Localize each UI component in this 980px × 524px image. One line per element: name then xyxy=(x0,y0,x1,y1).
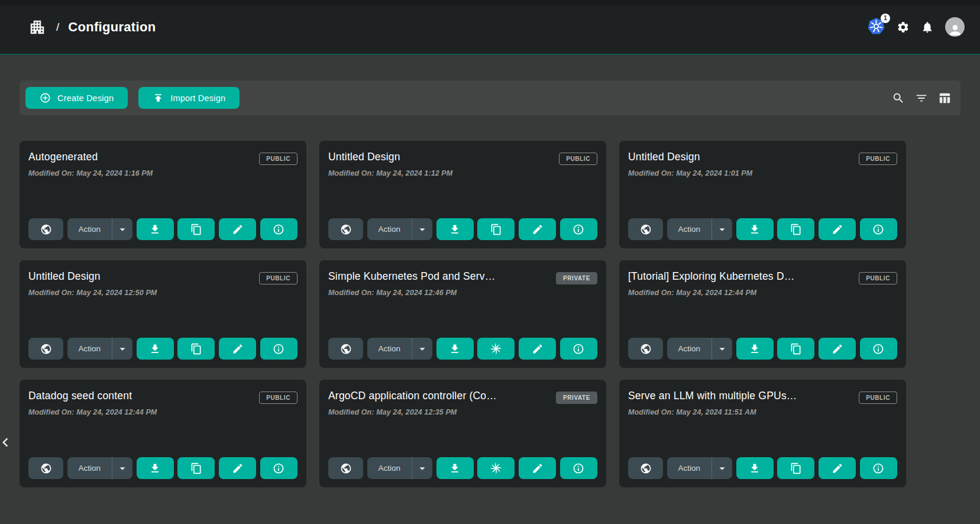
edit-button[interactable] xyxy=(519,457,556,479)
clone-button[interactable] xyxy=(777,338,814,360)
visibility-globe-button[interactable] xyxy=(328,338,363,360)
action-button[interactable]: Action xyxy=(67,225,112,234)
create-design-label: Create Design xyxy=(57,93,114,103)
action-button[interactable]: Action xyxy=(367,225,412,234)
action-button[interactable]: Action xyxy=(667,225,711,234)
action-dropdown-toggle[interactable] xyxy=(412,342,432,355)
download-button[interactable] xyxy=(137,457,174,479)
globe-icon xyxy=(340,343,352,355)
download-button[interactable] xyxy=(436,218,474,240)
info-button[interactable] xyxy=(260,338,297,360)
action-button[interactable]: Action xyxy=(367,464,412,473)
import-design-label: Import Design xyxy=(170,93,225,103)
download-button[interactable] xyxy=(736,457,774,479)
action-dropdown-toggle[interactable] xyxy=(412,462,432,475)
create-design-button[interactable]: Create Design xyxy=(25,87,128,109)
meshery-swirl-button[interactable] xyxy=(477,457,515,479)
import-design-button[interactable]: Import Design xyxy=(138,87,240,109)
action-dropdown-toggle[interactable] xyxy=(412,223,432,236)
download-button[interactable] xyxy=(436,338,474,360)
copy-icon xyxy=(190,462,202,474)
visibility-badge: PUBLIC xyxy=(859,272,897,284)
download-button[interactable] xyxy=(137,218,174,240)
caret-down-icon xyxy=(416,223,429,236)
globe-icon xyxy=(340,224,352,235)
edit-button[interactable] xyxy=(219,218,256,240)
action-dropdown-toggle[interactable] xyxy=(112,462,132,475)
clone-button[interactable] xyxy=(777,457,814,479)
action-button[interactable]: Action xyxy=(667,344,711,353)
visibility-globe-button[interactable] xyxy=(28,338,63,360)
action-dropdown-toggle[interactable] xyxy=(112,342,132,355)
edit-button[interactable] xyxy=(519,218,556,240)
download-button[interactable] xyxy=(736,338,774,360)
info-button[interactable] xyxy=(560,218,597,240)
upload-icon xyxy=(153,92,164,103)
split-divider xyxy=(112,457,112,479)
action-button[interactable]: Action xyxy=(67,464,112,473)
copy-icon xyxy=(790,343,802,355)
edit-button[interactable] xyxy=(219,457,256,479)
info-button[interactable] xyxy=(260,218,297,240)
search-button[interactable] xyxy=(892,92,905,105)
settings-button[interactable] xyxy=(897,21,910,34)
edit-button[interactable] xyxy=(819,338,856,360)
design-title: Untitled Design xyxy=(328,151,400,163)
info-button[interactable] xyxy=(560,338,597,360)
clone-button[interactable] xyxy=(477,218,515,240)
edit-button[interactable] xyxy=(219,338,256,360)
edit-button[interactable] xyxy=(819,457,856,479)
filter-button[interactable] xyxy=(915,92,928,105)
visibility-globe-button[interactable] xyxy=(628,338,663,360)
info-button[interactable] xyxy=(860,338,897,360)
action-button[interactable]: Action xyxy=(667,464,711,473)
action-dropdown-toggle[interactable] xyxy=(712,462,732,475)
notifications-button[interactable] xyxy=(921,21,934,34)
info-button[interactable] xyxy=(860,218,897,240)
visibility-globe-button[interactable] xyxy=(628,218,663,240)
edit-pencil-icon xyxy=(232,224,244,235)
visibility-globe-button[interactable] xyxy=(28,218,63,240)
clone-button[interactable] xyxy=(177,457,215,479)
info-button[interactable] xyxy=(260,457,297,479)
table-view-button[interactable] xyxy=(938,92,951,105)
visibility-globe-button[interactable] xyxy=(328,218,363,240)
info-button[interactable] xyxy=(560,457,597,479)
split-divider xyxy=(412,457,412,479)
design-card: Untitled Design PUBLIC Modified On: May … xyxy=(20,260,306,368)
download-button[interactable] xyxy=(137,338,174,360)
card-actions: Action xyxy=(28,338,297,360)
user-avatar[interactable] xyxy=(945,17,965,37)
visibility-globe-button[interactable] xyxy=(328,457,363,479)
action-button[interactable]: Action xyxy=(367,344,412,353)
clone-button[interactable] xyxy=(777,218,814,240)
action-dropdown-toggle[interactable] xyxy=(712,223,732,236)
info-button[interactable] xyxy=(860,457,897,479)
caret-down-icon xyxy=(716,462,729,475)
collapse-drawer-button[interactable] xyxy=(0,434,14,453)
clone-button[interactable] xyxy=(177,338,215,360)
action-button[interactable]: Action xyxy=(67,344,112,353)
app-header: / Configuration 1 xyxy=(0,0,980,55)
edit-button[interactable] xyxy=(519,338,556,360)
globe-icon xyxy=(40,224,52,235)
split-divider xyxy=(412,218,412,240)
visibility-globe-button[interactable] xyxy=(28,457,63,479)
card-header: Untitled Design PUBLIC xyxy=(628,151,897,165)
meshery-swirl-button[interactable] xyxy=(477,338,515,360)
header-actions: 1 xyxy=(867,17,965,37)
kubernetes-context-button[interactable]: 1 xyxy=(867,17,885,37)
card-actions: Action xyxy=(328,338,597,360)
visibility-globe-button[interactable] xyxy=(628,457,663,479)
globe-icon xyxy=(640,343,652,355)
download-button[interactable] xyxy=(436,457,474,479)
action-dropdown-toggle[interactable] xyxy=(712,342,732,355)
design-card: Untitled Design PUBLIC Modified On: May … xyxy=(619,141,906,248)
visibility-badge: PUBLIC xyxy=(259,392,297,404)
action-dropdown-toggle[interactable] xyxy=(112,223,132,236)
design-card: ArgoCD application controller (Co… PRIVA… xyxy=(319,380,606,487)
clone-button[interactable] xyxy=(177,218,215,240)
info-icon xyxy=(872,343,884,355)
download-button[interactable] xyxy=(736,218,774,240)
edit-button[interactable] xyxy=(819,218,856,240)
